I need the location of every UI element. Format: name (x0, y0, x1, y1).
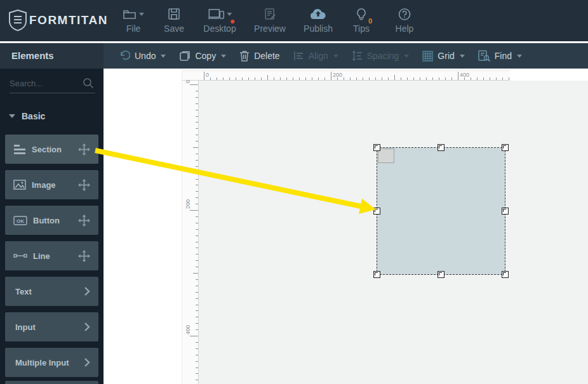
spacing-button[interactable]: Spacing (352, 50, 410, 62)
resize-handle-top-left[interactable] (373, 144, 380, 151)
ruler-tick (196, 223, 198, 223)
ruler-tick (413, 77, 414, 80)
menu-file[interactable]: File (123, 6, 144, 37)
delete-trash-icon (239, 50, 250, 62)
selected-section-element[interactable] (377, 147, 505, 275)
ruler-tick (196, 342, 198, 343)
button-label: Undo (135, 51, 156, 61)
preview-doc-icon (264, 8, 276, 21)
align-button[interactable]: Align (293, 51, 338, 61)
button-label: Grid (438, 51, 454, 61)
notification-dot (231, 20, 234, 23)
ruler-tick (196, 160, 198, 161)
item-label: Line (33, 251, 50, 261)
ruler-tick (196, 348, 198, 349)
ruler-tick (190, 84, 198, 85)
copy-icon (179, 50, 190, 62)
delete-button[interactable]: Delete (239, 50, 279, 62)
ruler-tick (305, 77, 306, 80)
move-icon (78, 143, 90, 156)
copy-button[interactable]: Copy (179, 50, 226, 62)
sidebar-item-section[interactable]: Section (5, 135, 98, 164)
resize-handle-middle-right[interactable] (502, 208, 509, 215)
file-folder-icon (123, 8, 137, 20)
ruler-tick (344, 77, 344, 80)
ruler-tick (196, 97, 198, 98)
menu-save[interactable]: Save (164, 6, 184, 37)
ruler-tick (196, 292, 198, 293)
menu-preview[interactable]: Preview (254, 6, 286, 37)
ruler-tick (196, 367, 198, 368)
sidebar-item-text[interactable]: Text (5, 277, 98, 306)
v-ruler-label: 0 (185, 80, 191, 83)
horizontal-ruler: 0200400 (182, 70, 510, 81)
menu-desktop[interactable]: Desktop (203, 6, 236, 37)
ruler-tick (196, 305, 198, 305)
button-label: Find (495, 51, 512, 61)
ruler-tick (193, 273, 198, 274)
ruler-tick (445, 77, 446, 80)
ruler-tick (196, 267, 198, 267)
ruler-tick (196, 298, 198, 299)
menu-label: Save (164, 23, 184, 34)
design-area: 0200400 0200400 (104, 69, 588, 384)
resize-handle-bottom-right[interactable] (502, 271, 509, 278)
resize-handle-top-middle[interactable] (438, 144, 444, 151)
item-label: Image (32, 180, 56, 190)
ruler-tick (382, 77, 382, 80)
sidebar-item-image[interactable]: Image (5, 170, 98, 199)
resize-handle-bottom-left[interactable] (373, 271, 380, 278)
resize-handle-bottom-middle[interactable] (438, 271, 444, 278)
vertical-ruler: 0200400 (182, 81, 199, 384)
menu-label: Tips (353, 23, 370, 34)
ruler-tick (223, 77, 224, 80)
ruler-tick (196, 135, 198, 135)
group-label: Basic (22, 111, 45, 121)
ruler-tick (388, 77, 389, 80)
ruler-tick (193, 147, 198, 148)
group-basic[interactable]: Basic (0, 105, 104, 127)
search-icon[interactable] (83, 77, 94, 89)
sidebar-item-input[interactable]: Input (5, 312, 98, 341)
menu-publish[interactable]: Publish (304, 6, 333, 37)
chevron-down-icon (227, 13, 232, 16)
menu-label: File (126, 23, 141, 34)
ruler-tick (236, 77, 236, 80)
ruler-tick (267, 75, 268, 80)
ruler-tick (477, 77, 478, 80)
chevron-down-icon (517, 55, 522, 58)
sidebar-item-multiple-input[interactable]: Multiple Input (5, 348, 98, 377)
chevron-right-icon (84, 322, 90, 331)
ruler-tick (432, 77, 433, 80)
move-icon (78, 215, 90, 227)
ruler-tick (196, 185, 198, 185)
undo-button[interactable]: Undo (119, 50, 166, 62)
ruler-tick (274, 77, 274, 80)
ruler-tick (217, 77, 217, 80)
find-button[interactable]: Find (478, 50, 522, 62)
ruler-tick (280, 77, 281, 80)
menu-tips[interactable]: 0 Tips (353, 6, 370, 37)
ruler-tick (407, 77, 408, 80)
ruler-tick (196, 91, 198, 91)
menu-help[interactable]: Help (396, 6, 414, 37)
menu-label: Publish (304, 23, 333, 34)
form-canvas[interactable] (199, 81, 588, 384)
search-input[interactable] (10, 74, 79, 92)
ruler-tick (210, 77, 211, 80)
ruler-tick (490, 77, 490, 80)
ruler-tick (509, 77, 509, 80)
publish-cloud-icon (309, 8, 327, 20)
resize-handle-top-right[interactable] (502, 144, 509, 151)
ruler-tick (356, 77, 357, 80)
section-icon (13, 145, 26, 154)
sidebar-item-button[interactable]: OK Button (5, 206, 98, 235)
ruler-tick (190, 210, 198, 211)
ruler-tick (196, 323, 198, 324)
ruler-tick (196, 197, 198, 198)
sidebar-item-partial[interactable] (5, 381, 98, 384)
resize-handle-middle-left[interactable] (373, 208, 380, 215)
sidebar-item-line[interactable]: Line (5, 241, 98, 270)
grid-button[interactable]: Grid (422, 51, 464, 62)
ruler-tick (458, 72, 458, 80)
